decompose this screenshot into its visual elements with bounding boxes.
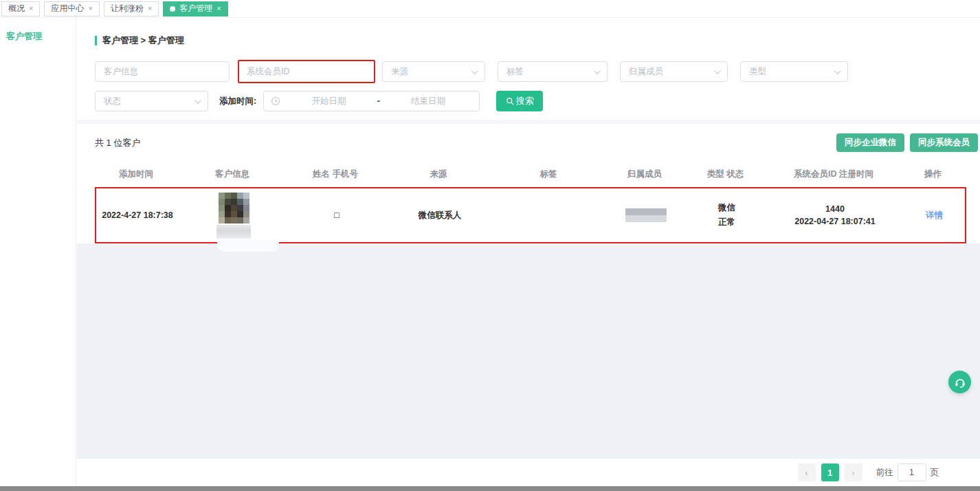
tag-select[interactable]: 标签 [498,61,608,82]
table-header-row: 添加时间 客户信息 姓名 手机号 来源 标签 归属成员 类型 状态 系统会员ID… [95,163,966,187]
close-icon[interactable]: × [29,5,33,12]
customer-table: 添加时间 客户信息 姓名 手机号 来源 标签 归属成员 类型 状态 系统会员ID… [95,163,966,243]
source-select-placeholder: 来源 [391,66,408,78]
filter-row-2: 状态 添加时间: 开始日期 - 结束日期 [95,91,980,111]
active-dot-icon [170,6,175,12]
detail-link[interactable]: 详情 [926,210,943,220]
tab-label: 客户管理 [179,3,212,14]
tab-bar: 概况 × 应用中心 × 让利涨粉 × 客户管理 × [0,0,980,18]
customer-avatar [219,193,249,223]
column-header-owner: 归属成员 [603,168,686,180]
cell-owner [605,208,687,222]
headset-icon [954,376,966,389]
customer-management-page: 概况 × 应用中心 × 让利涨粉 × 客户管理 × 客户管理 客户管理 > 客户… [0,0,980,491]
sidebar: 客户管理 [0,18,76,486]
column-header-customer-info: 客户信息 [177,168,287,180]
customer-count-summary: 共 1 位客户 [95,137,140,149]
sync-member-button[interactable]: 同步系统会员 [910,133,978,152]
chevron-down-icon [834,67,841,74]
chevron-down-icon [471,67,478,74]
type-select-placeholder: 类型 [749,66,766,78]
tab-label: 概况 [8,3,25,14]
customer-info-input[interactable] [95,61,230,82]
close-icon[interactable]: × [88,5,92,12]
source-select[interactable]: 来源 [382,61,485,82]
breadcrumb-text: 客户管理 > 客户管理 [102,34,184,47]
cell-name-phone: □ [289,210,385,220]
column-header-actions: 操作 [902,168,964,180]
column-header-member-id-regtime: 系统会员ID 注册时间 [765,168,902,180]
breadcrumb-accent-bar [95,36,97,45]
date-separator: - [377,96,380,106]
breadcrumb: 客户管理 > 客户管理 [95,34,980,47]
customer-service-button[interactable] [948,371,971,393]
cell-member-id-regtime: 1440 2022-04-27 18:07:41 [766,204,904,226]
cell-customer-info [179,193,289,239]
search-button[interactable]: 搜索 [496,91,543,111]
clock-icon [271,96,280,106]
tab-customer-management[interactable]: 客户管理 × [163,1,227,17]
status-select[interactable]: 状态 [95,91,208,111]
section-divider [77,120,980,124]
column-header-name-phone: 姓名 手机号 [287,168,383,180]
tab-label: 让利涨粉 [111,3,144,14]
sync-buttons: 同步企业微信 同步系统会员 [836,133,978,152]
goto-page-control: 前往 页 [876,463,939,481]
status-select-placeholder: 状态 [104,96,121,107]
cell-source: 微信联系人 [385,210,495,221]
tab-fans-promo[interactable]: 让利涨粉 × [104,1,159,17]
owner-select-placeholder: 归属成员 [629,66,663,78]
chevron-down-icon [714,67,721,74]
goto-label: 前往 [876,467,893,479]
sync-wecom-button[interactable]: 同步企业微信 [836,133,904,152]
content-panel: 客户管理 > 客户管理 来源 标签 归属成员 [77,18,980,243]
pagination-bar: ‹ 1 › 前往 页 [77,459,980,486]
type-select[interactable]: 类型 [740,61,848,82]
chevron-down-icon [194,97,201,104]
blurred-owner-name [625,208,667,222]
current-page-button[interactable]: 1 [821,463,839,481]
tab-label: 应用中心 [51,3,84,14]
main-area: 客户管理 > 客户管理 来源 标签 归属成员 [77,18,980,486]
prev-page-button[interactable]: ‹ [798,463,816,481]
close-icon[interactable]: × [216,5,221,12]
date-range-picker[interactable]: 开始日期 - 结束日期 [263,91,480,111]
search-button-label: 搜索 [516,95,534,107]
filter-row-1: 来源 标签 归属成员 类型 [95,60,980,83]
close-icon[interactable]: × [148,5,152,12]
column-header-type-status: 类型 状态 [686,168,765,180]
column-header-source: 来源 [383,168,493,180]
annotation-red-box-member-id [238,60,375,83]
sidebar-item-customer-management[interactable]: 客户管理 [0,18,76,43]
end-date-placeholder[interactable]: 结束日期 [384,96,473,107]
tab-overview[interactable]: 概况 × [1,1,40,17]
add-time-label: 添加时间: [219,96,256,107]
register-time: 2022-04-27 18:07:41 [766,217,904,226]
tag-select-placeholder: 标签 [506,66,524,78]
chevron-down-icon [594,67,601,74]
cell-actions: 详情 [904,210,965,221]
start-date-placeholder[interactable]: 开始日期 [285,96,373,107]
cell-type-status: 微信 正常 [687,202,766,228]
blurred-overlay-fragment [217,239,279,252]
column-header-add-time: 添加时间 [95,168,177,180]
member-id: 1440 [766,204,904,214]
column-header-tag: 标签 [493,168,603,180]
goto-page-input[interactable] [898,463,926,481]
table-toolbar: 共 1 位客户 同步企业微信 同步系统会员 [95,133,980,152]
table-row: 2022-4-27 18:7:38 □ 微信联系人 [95,187,966,243]
page-unit-label: 页 [931,467,939,479]
member-id-input[interactable] [243,63,370,80]
next-page-button[interactable]: › [845,463,862,481]
blurred-customer-name [216,225,251,239]
horizontal-scrollbar[interactable] [0,486,980,491]
customer-status: 正常 [687,217,766,228]
search-icon [506,97,514,105]
owner-select[interactable]: 归属成员 [620,61,728,82]
cell-add-time: 2022-4-27 18:7:38 [96,210,179,220]
tab-app-center[interactable]: 应用中心 × [44,1,99,17]
customer-type: 微信 [687,202,766,214]
